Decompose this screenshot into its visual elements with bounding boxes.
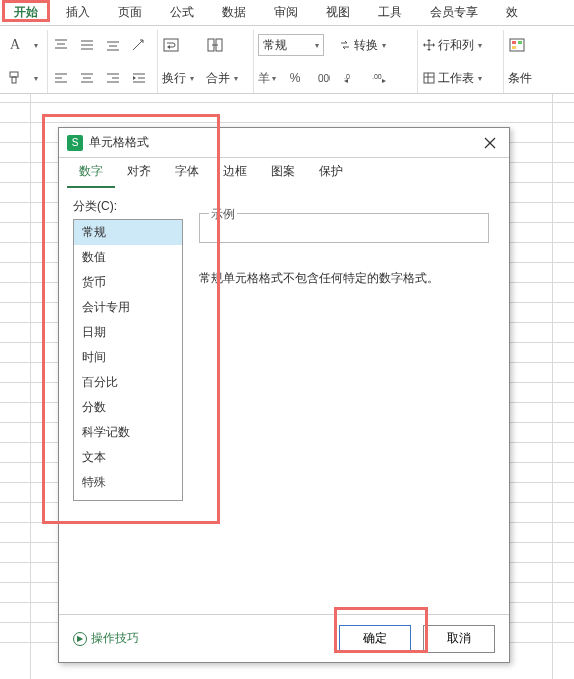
svg-rect-1 — [12, 77, 16, 83]
tab-number[interactable]: 数字 — [67, 157, 115, 188]
merge-icon[interactable] — [206, 36, 224, 54]
svg-rect-46 — [510, 39, 524, 51]
wrap-icon[interactable] — [162, 36, 180, 54]
ok-button[interactable]: 确定 — [339, 625, 411, 653]
dropdown-icon[interactable]: ▾ — [34, 74, 38, 83]
format-painter-icon[interactable] — [6, 69, 24, 87]
increase-decimal-icon[interactable]: .00 — [370, 69, 388, 87]
svg-marker-42 — [433, 43, 435, 47]
align-middle-icon[interactable] — [78, 36, 96, 54]
close-icon — [484, 137, 496, 149]
menu-data[interactable]: 数据 — [208, 0, 260, 25]
rowcol-button[interactable]: 行和列▾ — [422, 37, 482, 54]
dialog-footer: ▶ 操作技巧 确定 取消 — [59, 614, 509, 662]
dropdown-icon[interactable]: ▾ — [34, 41, 38, 50]
dialog-body: 分类(C): 常规 数值 货币 会计专用 日期 时间 百分比 分数 科学记数 文… — [59, 188, 509, 614]
menu-start[interactable]: 开始 — [0, 0, 52, 25]
tab-protection[interactable]: 保护 — [307, 157, 355, 188]
menu-member[interactable]: 会员专享 — [416, 0, 492, 25]
menu-page[interactable]: 页面 — [104, 0, 156, 25]
category-item-date[interactable]: 日期 — [74, 320, 182, 345]
category-item-custom[interactable]: 自定义 — [74, 495, 182, 501]
align-bottom-icon[interactable] — [104, 36, 122, 54]
category-item-general[interactable]: 常规 — [74, 220, 182, 245]
align-center-icon[interactable] — [78, 69, 96, 87]
orientation-icon[interactable] — [130, 36, 148, 54]
comma-icon[interactable]: 000 — [314, 69, 332, 87]
menu-view[interactable]: 视图 — [312, 0, 364, 25]
menu-bar: 开始 插入 页面 公式 数据 审阅 视图 工具 会员专享 效 — [0, 0, 574, 26]
conditional-label[interactable]: 条件 — [508, 70, 532, 87]
svg-marker-40 — [427, 49, 431, 51]
category-item-time[interactable]: 时间 — [74, 345, 182, 370]
category-list[interactable]: 常规 数值 货币 会计专用 日期 时间 百分比 分数 科学记数 文本 特殊 自定… — [73, 219, 183, 501]
svg-rect-47 — [512, 41, 516, 44]
decrease-decimal-icon[interactable]: .0 — [342, 69, 360, 87]
menu-review[interactable]: 审阅 — [260, 0, 312, 25]
category-item-number[interactable]: 数值 — [74, 245, 182, 270]
svg-rect-43 — [424, 73, 434, 83]
tab-pattern[interactable]: 图案 — [259, 157, 307, 188]
format-description: 常规单元格格式不包含任何特定的数字格式。 — [199, 270, 489, 287]
menu-tools[interactable]: 工具 — [364, 0, 416, 25]
align-left-icon[interactable] — [52, 69, 70, 87]
category-item-accounting[interactable]: 会计专用 — [74, 295, 182, 320]
convert-button[interactable]: 转换▾ — [338, 37, 386, 54]
svg-rect-49 — [512, 46, 516, 49]
category-item-currency[interactable]: 货币 — [74, 270, 182, 295]
svg-text:.00: .00 — [372, 73, 382, 80]
cancel-button[interactable]: 取消 — [423, 625, 495, 653]
category-item-percentage[interactable]: 百分比 — [74, 370, 182, 395]
worksheet-button[interactable]: 工作表▾ — [422, 70, 482, 87]
currency-icon[interactable]: 羊▾ — [258, 69, 276, 87]
dialog-tabs: 数字 对齐 字体 边框 图案 保护 — [59, 158, 509, 188]
svg-text:000: 000 — [318, 73, 330, 84]
svg-rect-48 — [518, 41, 522, 44]
close-button[interactable] — [479, 132, 501, 154]
category-item-scientific[interactable]: 科学记数 — [74, 420, 182, 445]
example-box — [199, 213, 489, 243]
indent-icon[interactable] — [130, 69, 148, 87]
svg-text:.0: .0 — [344, 73, 350, 80]
svg-rect-0 — [10, 72, 18, 77]
svg-marker-39 — [427, 39, 431, 41]
play-icon: ▶ — [73, 632, 87, 646]
category-item-fraction[interactable]: 分数 — [74, 395, 182, 420]
percent-icon[interactable]: % — [286, 69, 304, 87]
svg-rect-27 — [164, 39, 178, 51]
number-format-combo[interactable]: 常规▾ — [258, 34, 324, 56]
align-right-icon[interactable] — [104, 69, 122, 87]
svg-marker-41 — [423, 43, 425, 47]
merge-label[interactable]: 合并▾ — [206, 70, 238, 87]
menu-effects[interactable]: 效 — [492, 0, 532, 25]
dialog-titlebar: S 单元格格式 — [59, 128, 509, 158]
app-icon: S — [67, 135, 83, 151]
tab-border[interactable]: 边框 — [211, 157, 259, 188]
svg-marker-25 — [133, 76, 136, 80]
align-top-icon[interactable] — [52, 36, 70, 54]
toolbar: A ▾ ▾ 换行▾ 合并▾ — [0, 26, 574, 94]
menu-insert[interactable]: 插入 — [52, 0, 104, 25]
tab-alignment[interactable]: 对齐 — [115, 157, 163, 188]
font-size-icon[interactable]: A — [6, 36, 24, 54]
tips-link[interactable]: ▶ 操作技巧 — [73, 630, 327, 647]
wrap-label[interactable]: 换行▾ — [162, 70, 194, 87]
category-item-special[interactable]: 特殊 — [74, 470, 182, 495]
menu-formula[interactable]: 公式 — [156, 0, 208, 25]
conditional-format-icon[interactable] — [508, 36, 526, 54]
category-item-text[interactable]: 文本 — [74, 445, 182, 470]
svg-marker-28 — [167, 45, 170, 49]
example-label: 示例 — [209, 206, 237, 223]
cell-format-dialog: S 单元格格式 数字 对齐 字体 边框 图案 保护 分类(C): 常规 数值 货… — [58, 127, 510, 663]
svg-marker-36 — [382, 79, 386, 83]
tab-font[interactable]: 字体 — [163, 157, 211, 188]
dialog-title: 单元格格式 — [89, 134, 479, 151]
svg-line-11 — [133, 40, 143, 50]
